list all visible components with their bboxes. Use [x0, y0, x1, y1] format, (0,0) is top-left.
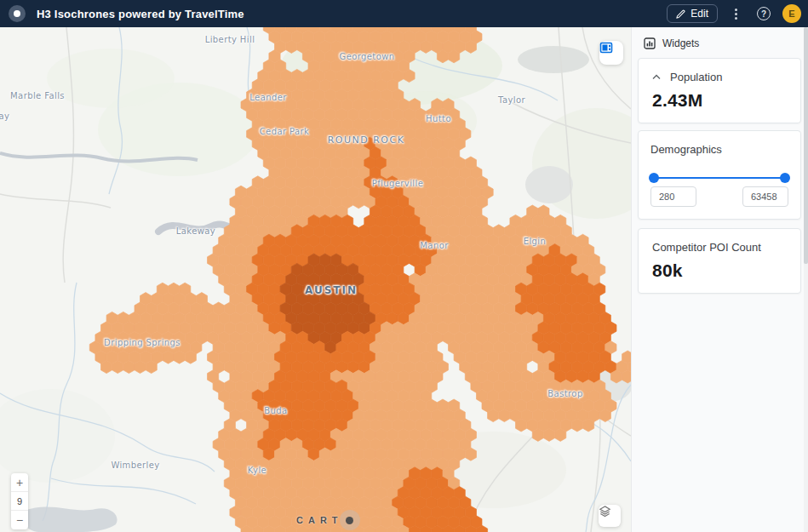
slider-track[interactable]	[654, 177, 785, 179]
widget-title: Population	[670, 71, 722, 83]
slider-handle-min[interactable]	[649, 173, 659, 183]
widgets-title: Widgets	[662, 37, 699, 49]
collapse-chevron-up-icon[interactable]	[652, 74, 661, 80]
more-options-button[interactable]	[726, 4, 745, 23]
carto-logo[interactable]	[9, 5, 26, 22]
map-canvas[interactable]: Liberty HillGeorgetownMarble FallsLeande…	[0, 27, 631, 532]
population-value: 2.43M	[639, 83, 800, 123]
edit-button[interactable]: Edit	[667, 4, 718, 23]
top-bar: H3 Isochrones powered by TravelTime Edit…	[0, 0, 808, 27]
range-slider	[639, 156, 800, 174]
range-max-input[interactable]	[742, 186, 788, 207]
page-title: H3 Isochrones powered by TravelTime	[37, 8, 244, 20]
carto-wordmark: CART	[296, 515, 343, 525]
sidebar-scrollbar	[804, 27, 808, 532]
widget-competitor-poi-count: Competitor POI Count 80k	[638, 228, 801, 294]
slider-handle-max[interactable]	[780, 173, 790, 183]
zoom-out-button[interactable]: −	[11, 511, 28, 529]
widgets-header: Widgets	[632, 27, 808, 58]
app-window: H3 Isochrones powered by TravelTime Edit…	[0, 0, 808, 532]
logo-dot-icon	[14, 10, 20, 17]
zoom-in-button[interactable]: +	[11, 473, 28, 492]
zoom-control: + 9 −	[11, 473, 28, 529]
user-avatar[interactable]: E	[782, 4, 801, 23]
help-icon[interactable]: ?	[757, 7, 771, 20]
widget-title: Demographics	[639, 131, 800, 156]
widget-demographics: Demographics	[638, 130, 801, 220]
widget-population: Population 2.43M	[638, 58, 801, 123]
table-view-toggle-button[interactable]	[599, 41, 623, 65]
carto-attribution: CART	[296, 510, 360, 530]
carto-dot-icon	[340, 510, 360, 530]
competitor-poi-value: 80k	[639, 254, 800, 293]
basemap-selector-button[interactable]	[599, 505, 621, 527]
scrollbar-thumb[interactable]	[804, 27, 808, 264]
range-min-input[interactable]	[650, 186, 696, 207]
map-table-split-icon	[599, 41, 613, 54]
isochrone-hex-layer	[0, 27, 631, 532]
pencil-icon	[676, 9, 685, 19]
edit-button-label: Edit	[691, 8, 708, 20]
layers-icon	[599, 505, 611, 518]
widgets-sidebar: Widgets Population 2.43M Demographics	[631, 27, 808, 532]
widget-title: Competitor POI Count	[639, 229, 800, 254]
zoom-level: 9	[11, 492, 28, 511]
widgets-icon	[644, 37, 656, 49]
